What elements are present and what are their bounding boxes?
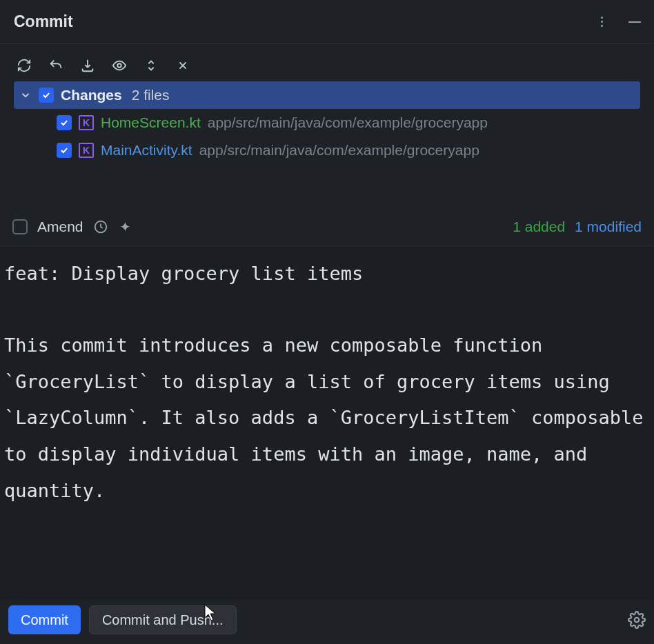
commit-and-push-button[interactable]: Commit and Push...: [89, 605, 237, 634]
toolbar: [0, 44, 654, 81]
changes-group-row[interactable]: Changes 2 files: [14, 81, 640, 109]
amend-label: Amend: [37, 219, 83, 235]
ai-generate-icon[interactable]: ✦: [118, 219, 133, 234]
panel-title: Commit: [14, 12, 73, 31]
amend-row: Amend ✦ 1 added 1 modified: [0, 208, 654, 245]
minimize-icon[interactable]: [626, 14, 643, 30]
rollback-icon[interactable]: [47, 57, 65, 74]
file-row[interactable]: MainActivity.kt app/src/main/java/com/ex…: [14, 137, 640, 164]
settings-icon[interactable]: [628, 611, 646, 629]
group-checkbox[interactable]: [39, 88, 54, 103]
history-icon[interactable]: [93, 219, 108, 234]
file-checkbox[interactable]: [57, 115, 72, 130]
changes-group-label: Changes: [61, 87, 122, 103]
commit-body: This commit introduces a new composable …: [4, 328, 650, 509]
show-diff-icon[interactable]: [110, 57, 128, 74]
file-name: HomeScreen.kt: [101, 114, 201, 131]
more-options-icon[interactable]: [593, 14, 610, 30]
kotlin-file-icon: [79, 143, 94, 158]
expand-collapse-icon[interactable]: [142, 57, 160, 74]
changelist-icon[interactable]: [174, 57, 192, 74]
file-path: app/src/main/java/com/example/groceryapp: [199, 142, 479, 159]
titlebar: Commit: [0, 0, 654, 44]
file-row[interactable]: HomeScreen.kt app/src/main/java/com/exam…: [14, 109, 640, 137]
changes-file-count: 2 files: [132, 87, 170, 103]
file-checkbox[interactable]: [57, 143, 72, 158]
chevron-down-icon[interactable]: [19, 89, 32, 101]
svg-point-0: [117, 63, 121, 68]
modified-count: 1 modified: [575, 219, 642, 235]
file-path: app/src/main/java/com/example/groceryapp: [208, 114, 488, 131]
changes-tree: Changes 2 files HomeScreen.kt app/src/ma…: [0, 81, 654, 170]
commit-message-editor[interactable]: feat: Display grocery list itemsThis com…: [0, 245, 654, 600]
added-count: 1 added: [513, 219, 565, 235]
amend-checkbox[interactable]: [12, 219, 28, 234]
commit-button[interactable]: Commit: [8, 605, 81, 634]
svg-point-2: [635, 618, 640, 623]
commit-subject: feat: Display grocery list items: [4, 256, 650, 292]
kotlin-file-icon: [79, 115, 94, 130]
refresh-icon[interactable]: [15, 57, 33, 74]
file-name: MainActivity.kt: [101, 142, 192, 159]
shelve-icon[interactable]: [79, 57, 97, 74]
bottom-bar: Commit Commit and Push...: [0, 600, 654, 644]
